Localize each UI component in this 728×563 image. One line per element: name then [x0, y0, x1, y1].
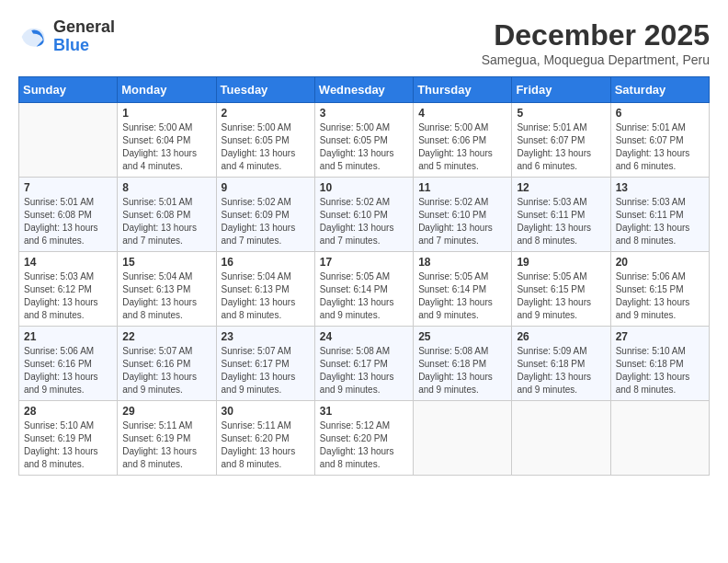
weekday-header: Thursday	[414, 77, 512, 103]
day-number: 4	[418, 107, 506, 120]
sunrise-label: Sunrise: 5:11 AM	[122, 420, 192, 431]
sunrise-label: Sunrise: 5:08 AM	[320, 346, 390, 356]
day-number: 9	[222, 181, 310, 194]
sunset-label: Sunset: 6:12 PM	[24, 284, 92, 294]
sunrise-label: Sunrise: 5:03 AM	[616, 197, 686, 207]
daylight-label: Daylight: 13 hours and 8 minutes.	[122, 297, 197, 320]
calendar-week-row: 1Sunrise: 5:00 AMSunset: 6:04 PMDaylight…	[19, 103, 710, 178]
day-info: Sunrise: 5:01 AMSunset: 6:08 PMDaylight:…	[24, 196, 112, 247]
sunset-label: Sunset: 6:05 PM	[320, 135, 388, 145]
daylight-label: Daylight: 13 hours and 9 minutes.	[320, 297, 394, 320]
sunrise-label: Sunrise: 5:05 AM	[517, 271, 586, 282]
sunset-label: Sunset: 6:15 PM	[616, 284, 684, 294]
sunrise-label: Sunrise: 5:04 AM	[222, 271, 291, 282]
sunset-label: Sunset: 6:17 PM	[222, 359, 290, 369]
daylight-label: Daylight: 13 hours and 9 minutes.	[24, 372, 98, 395]
sunrise-label: Sunrise: 5:00 AM	[320, 122, 390, 132]
sunrise-label: Sunrise: 5:10 AM	[616, 346, 686, 356]
day-info: Sunrise: 5:07 AMSunset: 6:17 PMDaylight:…	[222, 345, 310, 396]
daylight-label: Daylight: 13 hours and 8 minutes.	[320, 446, 394, 469]
sunset-label: Sunset: 6:04 PM	[122, 135, 190, 145]
day-number: 11	[418, 181, 506, 194]
calendar-cell: 29Sunrise: 5:11 AMSunset: 6:19 PMDayligh…	[118, 401, 216, 476]
sunset-label: Sunset: 6:11 PM	[616, 210, 684, 220]
day-info: Sunrise: 5:04 AMSunset: 6:13 PMDaylight:…	[122, 270, 210, 322]
day-info: Sunrise: 5:10 AMSunset: 6:19 PMDaylight:…	[24, 419, 112, 471]
calendar-cell: 2Sunrise: 5:00 AMSunset: 6:05 PMDaylight…	[216, 103, 314, 178]
day-info: Sunrise: 5:08 AMSunset: 6:18 PMDaylight:…	[418, 345, 506, 396]
calendar-cell: 14Sunrise: 5:03 AMSunset: 6:12 PMDayligh…	[19, 252, 118, 327]
sunset-label: Sunset: 6:09 PM	[222, 210, 290, 220]
sunrise-label: Sunrise: 5:07 AM	[122, 346, 192, 356]
sunset-label: Sunset: 6:10 PM	[418, 210, 486, 220]
sunset-label: Sunset: 6:13 PM	[122, 284, 190, 294]
daylight-label: Daylight: 13 hours and 6 minutes.	[517, 148, 591, 171]
month-title: December 2025	[482, 18, 710, 52]
day-number: 2	[222, 107, 310, 120]
sunrise-label: Sunrise: 5:01 AM	[24, 197, 94, 207]
calendar-cell: 13Sunrise: 5:03 AMSunset: 6:11 PMDayligh…	[610, 178, 709, 252]
sunrise-label: Sunrise: 5:05 AM	[320, 271, 390, 282]
calendar-week-row: 21Sunrise: 5:06 AMSunset: 6:16 PMDayligh…	[19, 327, 710, 401]
day-info: Sunrise: 5:00 AMSunset: 6:05 PMDaylight:…	[320, 121, 408, 173]
day-info: Sunrise: 5:06 AMSunset: 6:15 PMDaylight:…	[616, 270, 704, 322]
weekday-header-row: SundayMondayTuesdayWednesdayThursdayFrid…	[19, 77, 710, 103]
day-number: 29	[122, 405, 210, 418]
day-info: Sunrise: 5:09 AMSunset: 6:18 PMDaylight:…	[517, 345, 605, 396]
daylight-label: Daylight: 13 hours and 9 minutes.	[320, 372, 394, 395]
daylight-label: Daylight: 13 hours and 8 minutes.	[616, 372, 690, 395]
sunrise-label: Sunrise: 5:08 AM	[418, 346, 488, 356]
calendar-cell	[512, 401, 610, 476]
calendar-cell: 9Sunrise: 5:02 AMSunset: 6:09 PMDaylight…	[216, 178, 314, 252]
daylight-label: Daylight: 13 hours and 8 minutes.	[616, 223, 690, 246]
calendar-week-row: 7Sunrise: 5:01 AMSunset: 6:08 PMDaylight…	[19, 178, 710, 252]
weekday-header: Saturday	[610, 77, 709, 103]
day-info: Sunrise: 5:08 AMSunset: 6:17 PMDaylight:…	[320, 345, 408, 396]
calendar-week-row: 14Sunrise: 5:03 AMSunset: 6:12 PMDayligh…	[19, 252, 710, 327]
day-number: 7	[24, 181, 112, 194]
daylight-label: Daylight: 13 hours and 9 minutes.	[517, 372, 591, 395]
day-info: Sunrise: 5:02 AMSunset: 6:09 PMDaylight:…	[222, 196, 310, 247]
calendar-cell	[19, 103, 118, 178]
day-number: 31	[320, 405, 408, 418]
sunset-label: Sunset: 6:07 PM	[616, 135, 684, 145]
sunset-label: Sunset: 6:14 PM	[320, 284, 388, 294]
calendar-cell: 24Sunrise: 5:08 AMSunset: 6:17 PMDayligh…	[314, 327, 413, 401]
sunrise-label: Sunrise: 5:11 AM	[222, 420, 291, 431]
daylight-label: Daylight: 13 hours and 9 minutes.	[418, 372, 493, 395]
daylight-label: Daylight: 13 hours and 8 minutes.	[222, 446, 296, 469]
day-number: 15	[122, 256, 210, 269]
sunrise-label: Sunrise: 5:12 AM	[320, 420, 390, 431]
calendar-cell: 31Sunrise: 5:12 AMSunset: 6:20 PMDayligh…	[314, 401, 413, 476]
day-number: 10	[320, 181, 408, 194]
day-number: 8	[122, 181, 210, 194]
calendar-cell: 27Sunrise: 5:10 AMSunset: 6:18 PMDayligh…	[610, 327, 709, 401]
day-info: Sunrise: 5:03 AMSunset: 6:11 PMDaylight:…	[517, 196, 605, 247]
sunset-label: Sunset: 6:14 PM	[418, 284, 486, 294]
daylight-label: Daylight: 13 hours and 6 minutes.	[616, 148, 690, 171]
daylight-label: Daylight: 13 hours and 8 minutes.	[122, 446, 197, 469]
sunrise-label: Sunrise: 5:00 AM	[222, 122, 291, 132]
weekday-header: Wednesday	[314, 77, 413, 103]
calendar-cell: 10Sunrise: 5:02 AMSunset: 6:10 PMDayligh…	[314, 178, 413, 252]
day-number: 28	[24, 405, 112, 418]
sunrise-label: Sunrise: 5:01 AM	[616, 122, 686, 132]
day-info: Sunrise: 5:11 AMSunset: 6:20 PMDaylight:…	[222, 419, 310, 471]
daylight-label: Daylight: 13 hours and 4 minutes.	[122, 148, 197, 171]
daylight-label: Daylight: 13 hours and 8 minutes.	[222, 297, 296, 320]
calendar-cell: 5Sunrise: 5:01 AMSunset: 6:07 PMDaylight…	[512, 103, 610, 178]
day-info: Sunrise: 5:05 AMSunset: 6:15 PMDaylight:…	[517, 270, 605, 322]
sunrise-label: Sunrise: 5:00 AM	[122, 122, 192, 132]
daylight-label: Daylight: 13 hours and 7 minutes.	[418, 223, 493, 246]
day-number: 18	[418, 256, 506, 269]
sunrise-label: Sunrise: 5:05 AM	[418, 271, 488, 282]
sunset-label: Sunset: 6:11 PM	[517, 210, 585, 220]
sunrise-label: Sunrise: 5:03 AM	[517, 197, 586, 207]
sunset-label: Sunset: 6:19 PM	[122, 433, 190, 443]
day-number: 6	[616, 107, 704, 120]
day-number: 12	[517, 181, 605, 194]
page-header: General Blue December 2025 Samegua, Moqu…	[18, 18, 710, 67]
calendar-cell: 21Sunrise: 5:06 AMSunset: 6:16 PMDayligh…	[19, 327, 118, 401]
day-info: Sunrise: 5:05 AMSunset: 6:14 PMDaylight:…	[320, 270, 408, 322]
daylight-label: Daylight: 13 hours and 7 minutes.	[222, 223, 296, 246]
